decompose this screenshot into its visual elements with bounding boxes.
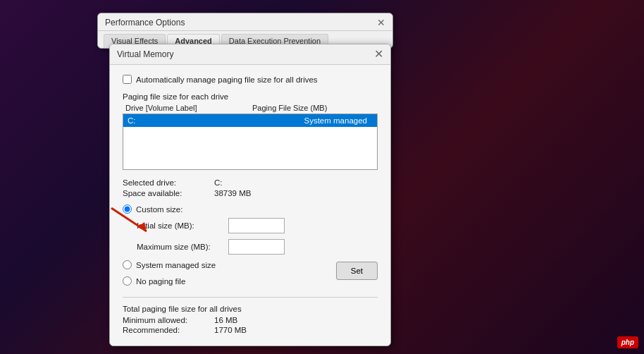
selected-drive-value: C: [214, 178, 223, 187]
table-header: Drive [Volume Label] Paging File Size (M… [123, 104, 378, 114]
vm-title: Virtual Memory [117, 49, 173, 59]
vm-close-button[interactable]: ✕ [374, 49, 383, 60]
space-available-label: Space available: [123, 189, 214, 197]
minimum-allowed-row: Minimum allowed: 16 MB [123, 316, 378, 324]
auto-manage-row: Automatically manage paging file size fo… [123, 75, 378, 84]
col1-header: Drive [Volume Label] [125, 104, 252, 112]
system-managed-label: System managed size [136, 261, 216, 269]
drive-label: C: [128, 116, 254, 125]
perf-close-button[interactable]: ✕ [377, 18, 385, 30]
vm-body: Automatically manage paging file size fo… [110, 65, 390, 346]
maximum-size-input[interactable] [228, 239, 285, 255]
virtual-memory-dialog: Virtual Memory ✕ Automatically manage pa… [109, 44, 391, 346]
custom-size-radio[interactable] [123, 205, 132, 214]
recommended-val: 1770 MB [214, 326, 247, 334]
auto-manage-checkbox[interactable] [123, 75, 132, 84]
space-available-value: 38739 MB [214, 189, 251, 197]
vm-titlebar: Virtual Memory ✕ [110, 44, 390, 65]
auto-manage-label: Automatically manage paging file size fo… [136, 75, 318, 84]
col2-header: Paging File Size (MB) [252, 104, 375, 112]
custom-size-radio-row: Custom size: [123, 205, 378, 214]
drive-size: System managed [254, 116, 373, 125]
initial-size-row: Initial size (MB): [137, 218, 378, 233]
maximum-size-label: Maximum size (MB): [137, 243, 228, 251]
initial-size-label: Initial size (MB): [137, 221, 228, 230]
system-managed-row: System managed size [123, 260, 216, 269]
list-item[interactable]: C: System managed [123, 114, 377, 127]
recommended-row: Recommended: 1770 MB [123, 326, 378, 334]
minimum-allowed-key: Minimum allowed: [123, 316, 214, 324]
total-section-label: Total paging file size for all drives [123, 305, 378, 313]
perf-titlebar: Performance Options ✕ [98, 13, 392, 31]
initial-size-input[interactable] [228, 218, 285, 233]
drive-listbox[interactable]: C: System managed [123, 114, 378, 170]
space-available-row: Space available: 38739 MB [123, 189, 378, 197]
bottom-options-row: System managed size No paging file Set [123, 260, 378, 290]
recommended-key: Recommended: [123, 326, 214, 334]
system-managed-radio[interactable] [123, 260, 132, 269]
no-paging-row: No paging file [123, 276, 216, 286]
minimum-allowed-val: 16 MB [214, 316, 237, 324]
set-button[interactable]: Set [336, 262, 378, 280]
selected-drive-row: Selected drive: C: [123, 178, 378, 187]
no-paging-radio[interactable] [123, 276, 132, 286]
selected-drive-label: Selected drive: [123, 178, 214, 187]
perf-title: Performance Options [105, 18, 185, 30]
divider [123, 297, 378, 298]
custom-size-section: Custom size: Initial size (MB): Maximum … [123, 205, 378, 255]
no-paging-label: No paging file [136, 277, 185, 286]
radio-group: System managed size No paging file [123, 260, 216, 290]
paging-section-label: Paging file size for each drive [123, 92, 378, 101]
maximum-size-row: Maximum size (MB): [137, 239, 378, 255]
custom-size-label: Custom size: [136, 205, 182, 214]
php-badge: php [617, 336, 638, 348]
